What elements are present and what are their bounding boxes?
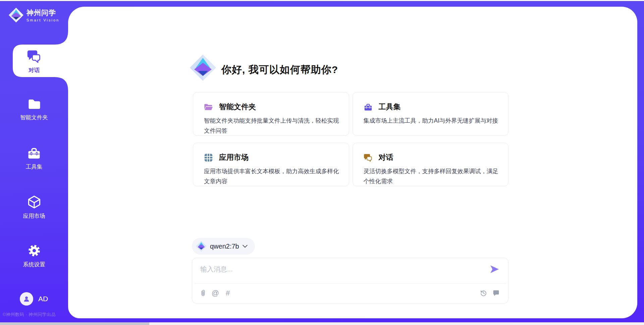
card-chat[interactable]: 对话 灵活切换多模型文件，支持多样回复效果调试，满足个性化需求 — [353, 143, 509, 186]
card-smart-folder[interactable]: 智能文件夹 智能文件夹功能支持批量文件上传与清洗，轻松实现文件问答 — [193, 92, 349, 136]
card-title: 应用市场 — [219, 152, 249, 162]
brand-name-en: Smart Vision — [26, 18, 59, 22]
sidebar-item-label: 工具集 — [26, 163, 43, 171]
cube-icon — [27, 195, 42, 209]
send-button[interactable] — [490, 265, 499, 273]
history-button[interactable] — [479, 289, 487, 297]
gem-model-icon — [196, 241, 207, 252]
card-description: 集成市场上主流工具，助力AI与外界无缝扩展与对接 — [364, 116, 500, 126]
card-toolset[interactable]: 工具集 集成市场上主流工具，助力AI与外界无缝扩展与对接 — [353, 92, 509, 136]
message-input[interactable] — [200, 263, 475, 275]
card-app-market[interactable]: 应用市场 应用市场提供丰富长文本模板，助力高效生成多样化文章内容 — [193, 143, 349, 186]
user-initials: AD — [38, 295, 48, 303]
paperclip-icon — [200, 289, 206, 297]
sidebar-item-chat[interactable]: 对话 — [0, 49, 68, 74]
avatar — [20, 292, 33, 306]
folder-icon — [27, 97, 41, 111]
brand-name-cn: 神州问学 — [26, 8, 59, 17]
sidebar-item-toolset[interactable]: 工具集 — [0, 146, 68, 171]
brand-logo: 神州问学 Smart Vision — [9, 8, 59, 22]
folder-open-icon — [204, 103, 213, 112]
greeting-gem-icon — [190, 54, 216, 81]
app-window: 神州问学 Smart Vision 对话 智能文件夹 — [0, 0, 644, 325]
card-description: 应用市场提供丰富长文本模板，助力高效生成多样化文章内容 — [204, 166, 340, 186]
card-title: 工具集 — [379, 102, 401, 112]
history-clock-icon — [480, 289, 487, 297]
sidebar: 神州问学 Smart Vision 对话 智能文件夹 — [0, 0, 68, 325]
card-title: 智能文件夹 — [219, 102, 256, 112]
sidebar-item-app-market[interactable]: 应用市场 — [0, 195, 68, 220]
sidebar-item-label: 应用市场 — [23, 212, 45, 220]
horizontal-scrollbar — [0, 322, 644, 325]
send-icon — [490, 265, 499, 273]
chat-icon — [364, 153, 373, 162]
sidebar-item-settings[interactable]: 系统设置 — [0, 243, 68, 268]
card-title: 对话 — [379, 152, 393, 162]
sidebar-item-label: 对话 — [29, 67, 40, 74]
grid-icon — [204, 153, 213, 162]
model-selector[interactable]: qwen2:7b — [192, 238, 255, 255]
chat-bubble-icon — [493, 289, 499, 296]
toolbox-icon — [364, 103, 373, 112]
card-description: 智能文件夹功能支持批量文件上传与清洗，轻松实现文件问答 — [204, 116, 340, 136]
scrollbar-thumb[interactable] — [0, 322, 149, 325]
top-divider — [0, 0, 644, 1]
model-name: qwen2:7b — [210, 243, 239, 250]
person-icon — [23, 295, 30, 303]
user-account[interactable]: AD — [20, 292, 48, 306]
gem-logo-icon — [9, 8, 23, 22]
composer-divider — [194, 283, 506, 284]
greeting-title: 你好, 我可以如何帮助你? — [221, 63, 338, 77]
feedback-button[interactable] — [492, 289, 500, 297]
gear-icon — [27, 243, 42, 258]
attach-button[interactable] — [199, 289, 207, 297]
topic-button[interactable]: # — [224, 289, 232, 297]
sidebar-item-label: 系统设置 — [23, 261, 45, 268]
feature-cards: 智能文件夹 智能文件夹功能支持批量文件上传与清洗，轻松实现文件问答 工具集 集成… — [193, 92, 508, 186]
message-composer: @ # — [192, 258, 508, 304]
copyright-footer: ©神州数码 · 神州问学出品 — [3, 312, 68, 318]
mention-button[interactable]: @ — [211, 289, 219, 297]
card-description: 灵活切换多模型文件，支持多样回复效果调试，满足个性化需求 — [364, 166, 500, 186]
toolbox-icon — [27, 146, 41, 160]
sidebar-item-smart-folder[interactable]: 智能文件夹 — [0, 97, 68, 121]
sidebar-item-label: 智能文件夹 — [20, 114, 48, 121]
chevron-down-icon — [243, 245, 248, 248]
chat-icon — [27, 49, 42, 64]
